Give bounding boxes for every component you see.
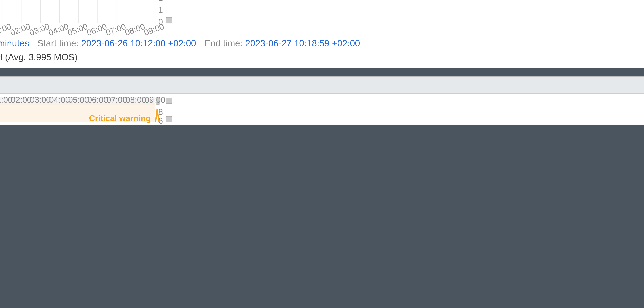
svg-text:02:00: 02:00 [9, 22, 32, 35]
svg-text:2: 2 [158, 0, 163, 2]
meta-label: End time: [204, 38, 243, 48]
lost-chart-panel: Lost packets / Sum 👁 ❐ ⟳ ⤢ 10:0011:0012:… [0, 76, 644, 125]
svg-text:03:00: 03:00 [30, 95, 51, 104]
svg-rect-180 [166, 18, 172, 23]
svg-text:1: 1 [158, 5, 163, 14]
svg-rect-242 [166, 116, 172, 122]
meta-label: Start time: [38, 38, 79, 48]
svg-text:03:00: 03:00 [28, 22, 51, 35]
svg-text:08:00: 08:00 [126, 95, 146, 104]
svg-text:06:00: 06:00 [85, 22, 108, 35]
mos-chart-panel: MOS Estimate / Average 👁 ❐ ⟳ ⤢ 10:0010:0… [0, 0, 644, 68]
main-charts: Throughput / Average 👁 ❐ ⟳ ⤢ 10:0010:001… [0, 0, 644, 308]
svg-text:8: 8 [158, 107, 163, 116]
meta-value: 05 minutes [0, 38, 29, 48]
svg-text:01:00: 01:00 [0, 95, 12, 104]
svg-text:07:00: 07:00 [104, 22, 127, 35]
svg-rect-241 [166, 98, 172, 104]
svg-text:02:00: 02:00 [11, 95, 32, 104]
legend-label: GJ BT - GJ-201 BH (Avg. 3.995 MOS) [0, 52, 78, 62]
svg-text:08:00: 08:00 [124, 22, 146, 35]
svg-text:06:00: 06:00 [88, 95, 108, 104]
legend-entry[interactable]: GJ BT - GJ-201 BH (Avg. 3.995 MOS) [0, 52, 78, 63]
lost-chart[interactable]: 10:0011:0012:0013:0014:0015:0016:0017:00… [0, 94, 174, 125]
svg-text:07:00: 07:00 [106, 95, 127, 104]
mos-chart[interactable]: 10:0010:0011:0011:0012:0012:0013:0013:00… [0, 0, 174, 35]
meta-value: 2023-06-27 10:18:59 +02:00 [245, 38, 360, 48]
svg-text:Critical warning: Critical warning [89, 114, 151, 123]
svg-text:05:00: 05:00 [68, 95, 89, 104]
svg-text:04:00: 04:00 [47, 22, 70, 35]
svg-text:09:00: 09:00 [145, 95, 165, 104]
svg-text:04:00: 04:00 [49, 95, 70, 104]
measurements-window: MEASUREMENTS ✕ Time span ✎ ◀ 🕘 ▶ [0, 0, 644, 308]
svg-text:05:00: 05:00 [66, 22, 89, 35]
meta-value: 2023-06-26 10:12:00 +02:00 [81, 38, 196, 48]
svg-text:0: 0 [158, 17, 163, 26]
